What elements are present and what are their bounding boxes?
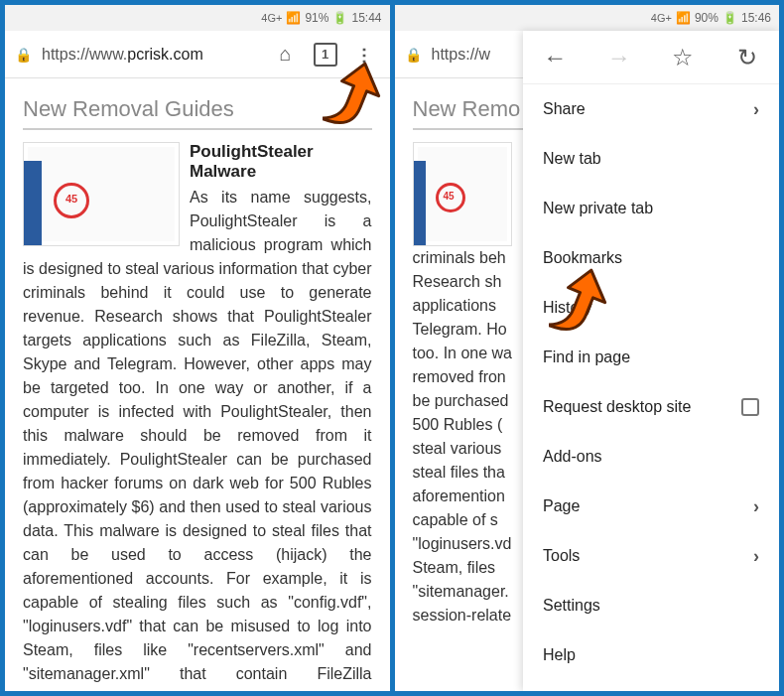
clock: 15:44	[351, 11, 381, 25]
menu-bookmarks[interactable]: Bookmarks	[523, 233, 779, 283]
status-bar: 4G+ 📶 90% 🔋 15:46	[395, 5, 780, 31]
article: 45 PoulightStealer Malware As its name s…	[23, 142, 372, 691]
tabs-button[interactable]: 1	[311, 40, 340, 70]
battery-icon: 🔋	[722, 11, 737, 25]
menu-tools[interactable]: Tools›	[523, 531, 779, 581]
home-icon[interactable]: ⌂	[271, 40, 301, 70]
menu-new-tab[interactable]: New tab	[523, 134, 779, 184]
reload-icon[interactable]: ↻	[716, 44, 780, 71]
url-text: https://www.pcrisk.com	[42, 46, 261, 64]
menu-button[interactable]: ⋯	[350, 40, 380, 70]
clock: 15:46	[741, 11, 771, 25]
menu-nav-row: ← → ☆ ↻	[523, 31, 779, 84]
phone-left: 4G+ 📶 91% 🔋 15:44 🔒 https://www.pcrisk.c…	[5, 5, 390, 691]
lock-icon: 🔒	[405, 47, 422, 63]
menu-history[interactable]: History	[523, 283, 779, 333]
menu-settings[interactable]: Settings	[523, 581, 779, 630]
menu-page[interactable]: Page›	[523, 482, 779, 531]
url-bar[interactable]: 🔒 https://www.pcrisk.com ⌂ 1 ⋯	[5, 31, 390, 78]
thumb-number: 45	[444, 191, 455, 202]
lock-icon: 🔒	[15, 47, 32, 63]
chevron-right-icon: ›	[753, 99, 759, 120]
status-bar: 4G+ 📶 91% 🔋 15:44	[5, 5, 390, 31]
phone-right: 4G+ 📶 90% 🔋 15:46 🔒 https://w New Remo 4…	[395, 5, 780, 691]
menu-find-in-page[interactable]: Find in page	[523, 333, 779, 382]
back-button[interactable]: ←	[523, 44, 588, 71]
menu-help[interactable]: Help	[523, 630, 779, 680]
signal-icon: 📶	[676, 11, 691, 25]
article-title[interactable]: PoulightStealer Malware	[190, 142, 314, 181]
article-body: As its name suggests, PoulightStealer is…	[23, 186, 372, 691]
menu-share[interactable]: Share›	[523, 84, 779, 134]
chevron-right-icon: ›	[753, 546, 759, 567]
article-thumbnail[interactable]: 45	[413, 142, 512, 246]
menu-addons[interactable]: Add-ons	[523, 432, 779, 482]
browser-menu: ← → ☆ ↻ Share› New tab New private tab B…	[523, 31, 779, 691]
checkbox-icon[interactable]	[741, 398, 759, 416]
page-heading: New Removal Guides	[23, 96, 372, 122]
chevron-right-icon: ›	[753, 496, 759, 517]
network-indicator: 4G+	[261, 12, 282, 24]
battery-percent: 91%	[305, 11, 328, 25]
battery-percent: 90%	[695, 11, 719, 25]
thumb-number: 45	[65, 193, 77, 205]
network-indicator: 4G+	[651, 12, 672, 24]
battery-icon: 🔋	[332, 11, 347, 25]
menu-new-private-tab[interactable]: New private tab	[523, 184, 779, 233]
forward-button: →	[588, 44, 652, 71]
article-thumbnail[interactable]: 45	[23, 142, 180, 246]
page-content: New Removal Guides 45 PoulightStealer Ma…	[5, 78, 390, 691]
bookmark-star-icon[interactable]: ☆	[651, 44, 716, 71]
signal-icon: 📶	[286, 11, 301, 25]
menu-request-desktop[interactable]: Request desktop site	[523, 382, 779, 432]
heading-rule	[23, 128, 372, 130]
